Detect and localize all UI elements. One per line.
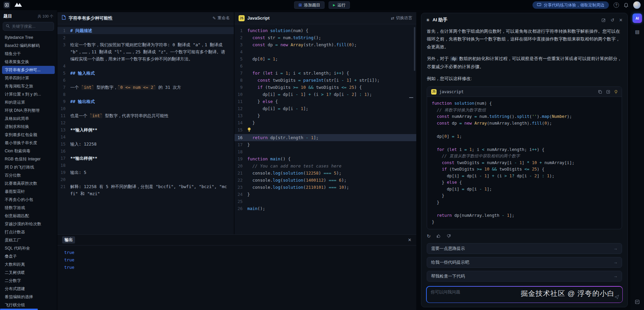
code-line[interactable]: 8 const twoDigits = parseInt(str[i - 1] … <box>234 77 416 84</box>
code-line[interactable]: 6 <box>234 62 416 70</box>
sidebar-item[interactable]: Cion 勒索病毒 <box>2 147 55 155</box>
code-line[interactable]: 11 } else { <box>234 98 416 105</box>
suggestion-pill[interactable]: 帮我检查一下代码→ <box>427 271 622 282</box>
code-line[interactable]: 18 <box>234 148 416 155</box>
insert-code-icon[interactable] <box>606 90 610 94</box>
problem-line[interactable]: 19输出: 5 <box>57 169 234 176</box>
sidebar-item[interactable]: 大数和距离 <box>2 260 55 268</box>
code-line[interactable]: 12 dp[i] = dp[i - 1]; <box>234 105 416 112</box>
code-line[interactable]: 7 for (let i = 1; i < str.length; i++) { <box>234 70 416 77</box>
regenerate-icon[interactable]: ↻ <box>427 233 431 239</box>
sidebar-item[interactable]: Base32 编码和解码 <box>2 42 55 50</box>
code-line[interactable]: 4 <box>234 48 416 55</box>
code-line[interactable]: 21 console.log(solution(12258) === 5); <box>234 170 416 177</box>
sidebar-item[interactable]: 青海湖租车之旅 <box>2 82 55 90</box>
sidebar-item[interactable]: 番茄编辑的选择 <box>2 293 55 301</box>
run-button[interactable]: ▶ 运行 <box>329 1 350 9</box>
code-line[interactable]: 1function solution(num) { <box>234 27 416 34</box>
code-line[interactable]: 22 console.log(solution(1400112) === 6); <box>234 177 416 184</box>
sidebar-item[interactable]: 创意标题匹配 <box>2 212 55 220</box>
sidebar-item[interactable]: 和的逆运算 <box>2 98 55 106</box>
sidebar-item[interactable]: 分布式团建 <box>2 285 55 293</box>
sidebar-item[interactable]: RGB 色值转 Integer <box>2 155 55 163</box>
suggestion-pill[interactable]: 给我一些代码提示吧→ <box>427 257 622 268</box>
history-icon[interactable]: ↺ <box>611 18 614 23</box>
problem-line[interactable]: 16 <box>57 148 234 155</box>
problem-line[interactable]: 3给定一个数字，我们按照如下规则把它翻译为字符串: 0 翻译成 "a"，1 翻译… <box>57 41 234 62</box>
problem-line[interactable]: 13**输入样例** <box>57 126 234 133</box>
editor-scrollbar[interactable] <box>414 27 415 71</box>
close-output-icon[interactable]: ✕ <box>408 237 412 242</box>
sidebar-item[interactable]: 最小替换子串长度 <box>2 139 55 147</box>
resources-icon[interactable]: ▤ <box>633 27 642 36</box>
problem-line[interactable]: 14 <box>57 133 234 140</box>
sidebar-item[interactable]: 字符串有多少种可... <box>2 66 55 74</box>
sidebar-scrollbar[interactable] <box>0 309 38 310</box>
sidebar-item[interactable]: 比赛最高获胜次数 <box>2 179 55 187</box>
problem-line[interactable]: 21解释: 12258 有 5 种不同的翻译，分别是 "bccfi", "bwf… <box>57 183 234 197</box>
sidebar-item[interactable]: 穿越沙漠的补给次数 <box>2 220 55 228</box>
code-line[interactable]: 17} <box>234 141 416 148</box>
brand-logo-icon[interactable] <box>14 2 22 8</box>
search-box[interactable] <box>3 22 54 31</box>
code-line[interactable]: 10 dp[i] = dp[i - 1] + (i > 1? dp[i - 2]… <box>234 91 416 98</box>
sidebar-item[interactable]: 二分数字 <box>2 277 55 285</box>
chat-input[interactable] <box>427 287 622 303</box>
notifications-icon[interactable] <box>624 3 628 8</box>
sidebar-item[interactable]: 叠盘子 <box>2 252 55 260</box>
problem-line[interactable]: 17**输出样例** <box>57 155 234 162</box>
thumbs-down-icon[interactable] <box>446 234 451 238</box>
sidebar-item[interactable]: 猜数字游戏 <box>2 204 55 212</box>
problem-content[interactable]: 1# 问题描述2 3给定一个数字，我们按照如下规则把它翻译为字符串: 0 翻译成… <box>57 24 234 234</box>
sidebar-item[interactable]: 二叉树供暖 <box>2 268 55 277</box>
sidebar-item[interactable]: 蛋糕工厂 <box>2 236 55 244</box>
sidebar-item[interactable]: SQL 代码补全 <box>2 244 55 252</box>
problem-line[interactable]: 11也是一个 `int` 型数字，代表字符串的总共可能性 <box>57 112 234 119</box>
help-icon[interactable]: ? <box>614 2 619 8</box>
hint-icon[interactable] <box>614 90 618 94</box>
sidebar-item[interactable]: 阿 D 的飞行路线 <box>2 163 55 171</box>
problem-line[interactable]: 5## 输入格式 <box>57 70 234 77</box>
app-logo-icon[interactable] <box>3 2 10 8</box>
code-line[interactable]: 9 if (twoDigits >= 10 && twoDigits <= 25… <box>234 84 416 91</box>
problem-line[interactable]: 6 <box>57 77 234 84</box>
feedback-panel-icon[interactable] <box>633 297 642 307</box>
sidebar-item[interactable]: 简单四则计算 <box>2 74 55 82</box>
problem-line[interactable]: 7一个 `int` 型的数字，`0 <= num <= 2` 的 31 次方 <box>57 84 234 91</box>
code-line[interactable]: 15 <box>234 126 416 134</box>
problem-line[interactable]: 18 <box>57 162 234 169</box>
sidebar-item[interactable]: 百分位数 <box>2 171 55 179</box>
sidebar-item[interactable]: 暴雨梨花针 <box>2 187 55 196</box>
sidebar-item[interactable]: 链表聚集交换 <box>2 58 55 66</box>
code-editor[interactable]: 1function solution(num) {2 const str = n… <box>234 24 416 234</box>
problem-line[interactable]: 9## 输出格式 <box>57 98 234 105</box>
send-icon[interactable] <box>615 294 619 301</box>
sidebar-item[interactable]: 猫鱼分干 <box>2 50 55 58</box>
promo-badge[interactable]: 分享代码练习体验，领取定制周边 <box>532 1 609 9</box>
suggestion-pill[interactable]: 需要一点思路提示→ <box>427 243 622 254</box>
close-ai-icon[interactable]: ✕ <box>619 18 623 23</box>
problem-line[interactable]: 15输入: 12258 <box>57 140 234 148</box>
code-line[interactable]: 5 dp[0] = 1; <box>234 55 416 62</box>
switch-language-button[interactable]: ⇄ 切换语言 <box>391 15 412 21</box>
problem-line[interactable]: 10 <box>57 105 234 112</box>
problem-line[interactable]: 20 <box>57 176 234 183</box>
sidebar-item[interactable]: 打点计数器 <box>2 228 55 236</box>
code-line[interactable]: 16 return dp[str.length - 1]; <box>234 134 416 141</box>
code-line[interactable]: 20 // You can add more test cases here <box>234 162 416 170</box>
avatar[interactable] <box>633 1 641 9</box>
sidebar-item[interactable]: Bytedance Tree <box>2 33 55 42</box>
sidebar-item[interactable]: 环状 DNA 序列整理 <box>2 106 55 114</box>
chat-input-field[interactable] <box>431 290 618 294</box>
new-chat-icon[interactable] <box>601 18 606 22</box>
sidebar-item[interactable]: 计算位置 x 到 y 的... <box>2 90 55 98</box>
quickfix-lightbulb-icon[interactable] <box>247 127 251 134</box>
problem-line[interactable]: 12 <box>57 119 234 126</box>
code-line[interactable]: 26main(); <box>234 205 416 212</box>
sidebar-item[interactable]: 进制求和转换 <box>2 123 55 131</box>
add-problem-button[interactable]: ⊞ 添加题目 <box>294 1 325 9</box>
copy-icon[interactable] <box>598 90 602 94</box>
problem-line[interactable]: 8 <box>57 91 234 98</box>
code-line[interactable]: 3 const dp = new Array(str.length).fill(… <box>234 41 416 48</box>
code-line[interactable]: 2 const str = num.toString(); <box>234 34 416 41</box>
